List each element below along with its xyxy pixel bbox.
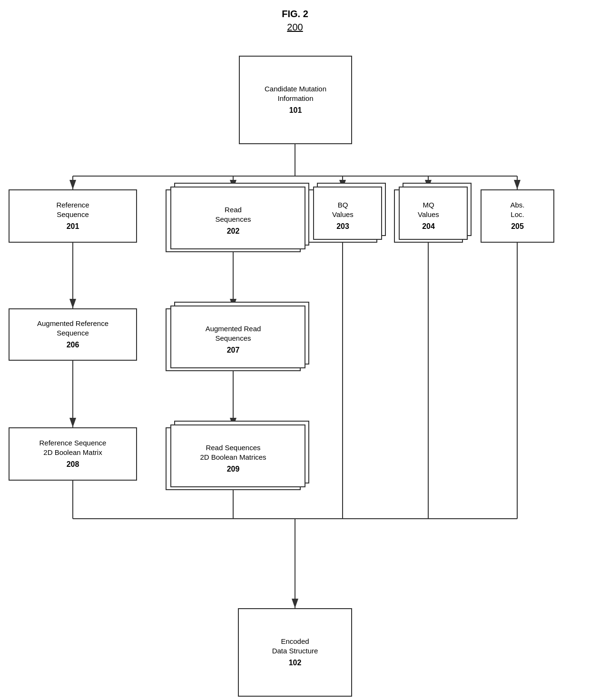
box-candidate-mutation: Candidate MutationInformation 101 bbox=[239, 56, 352, 144]
box-reference-sequence-label: ReferenceSequence bbox=[56, 200, 89, 220]
box-aug-ref-seq-label: Augmented ReferenceSequence bbox=[37, 319, 108, 338]
box-encoded-data-label: EncodedData Structure bbox=[272, 637, 318, 656]
figure-number: 200 bbox=[0, 22, 590, 33]
box-abs-loc: Abs.Loc. 205 bbox=[481, 189, 554, 243]
box-bq-values-num: 203 bbox=[336, 221, 349, 232]
box-ref-seq-2d-label: Reference Sequence2D Boolean Matrix bbox=[39, 438, 107, 458]
box-reference-sequence-num: 201 bbox=[67, 221, 79, 232]
box-aug-read-seq: Augmented ReadSequences 207 bbox=[166, 308, 301, 371]
box-mq-values: MQValues 204 bbox=[394, 189, 463, 243]
box-aug-ref-seq-num: 206 bbox=[67, 340, 79, 350]
box-read-sequences-label: ReadSequences bbox=[215, 205, 251, 225]
box-bq-values-label: BQValues bbox=[332, 200, 354, 220]
box-aug-ref-seq: Augmented ReferenceSequence 206 bbox=[9, 308, 137, 361]
box-read-sequences: ReadSequences 202 bbox=[166, 189, 301, 252]
box-encoded-data: EncodedData Structure 102 bbox=[238, 608, 352, 697]
box-candidate-mutation-label: Candidate MutationInformation bbox=[265, 84, 326, 104]
box-read-seq-2d: Read Sequences2D Boolean Matrices 209 bbox=[166, 427, 301, 490]
box-ref-seq-2d: Reference Sequence2D Boolean Matrix 208 bbox=[9, 427, 137, 481]
box-encoded-data-num: 102 bbox=[289, 658, 302, 668]
box-ref-seq-2d-num: 208 bbox=[67, 459, 79, 470]
box-abs-loc-num: 205 bbox=[511, 221, 524, 232]
box-abs-loc-label: Abs.Loc. bbox=[510, 200, 524, 220]
figure-title: FIG. 2 bbox=[0, 9, 590, 20]
box-bq-values: BQValues 203 bbox=[308, 189, 377, 243]
box-read-sequences-num: 202 bbox=[227, 226, 240, 237]
box-read-seq-2d-num: 209 bbox=[227, 464, 240, 474]
box-read-seq-2d-label: Read Sequences2D Boolean Matrices bbox=[200, 443, 266, 463]
box-mq-values-num: 204 bbox=[422, 221, 435, 232]
box-aug-read-seq-label: Augmented ReadSequences bbox=[206, 324, 261, 344]
box-candidate-mutation-num: 101 bbox=[289, 105, 302, 116]
box-aug-read-seq-num: 207 bbox=[227, 345, 240, 355]
box-reference-sequence: ReferenceSequence 201 bbox=[9, 189, 137, 243]
diagram-container: FIG. 2 200 bbox=[0, 0, 590, 700]
box-mq-values-label: MQValues bbox=[418, 200, 439, 220]
